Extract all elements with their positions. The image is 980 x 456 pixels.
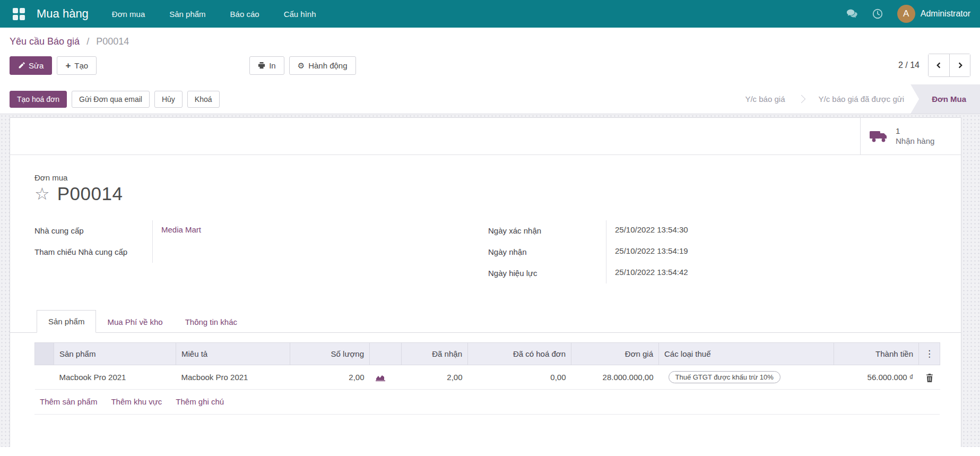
- gear-icon: ⚙: [298, 62, 305, 70]
- doc-type-label: Đơn mua: [34, 173, 936, 182]
- table-header-row: Sản phẩm Miêu tả Số lượng Đã nhận Đã có …: [35, 343, 940, 365]
- vendor-reference-label: Tham chiếu Nhà cung cấp: [34, 242, 152, 263]
- cell-billed[interactable]: 0,00: [468, 365, 571, 390]
- table-row[interactable]: Macbook Pro 2021 Macbook Pro 2021 2,00 2…: [35, 365, 940, 390]
- header-product[interactable]: Sản phẩm: [54, 343, 176, 365]
- tab-landed-costs[interactable]: Mua Phí về kho: [96, 311, 174, 333]
- header-quantity[interactable]: Số lượng: [290, 343, 370, 365]
- activities-clock-icon[interactable]: [872, 8, 883, 20]
- top-navbar: Mua hàng Đơn mua Sản phẩm Báo cáo Cấu hì…: [0, 0, 980, 28]
- menu-san-pham[interactable]: Sản phẩm: [169, 10, 205, 19]
- field-group-left: Nhà cung cấp Media Mart Tham chiếu Nhà c…: [34, 220, 483, 283]
- cell-product[interactable]: Macbook Pro 2021: [54, 365, 176, 390]
- handle-column-header: [35, 343, 54, 365]
- create-invoice-button[interactable]: Tạo hoá đơn: [10, 91, 67, 108]
- confirm-date-value[interactable]: 25/10/2022 13:54:30: [606, 220, 936, 242]
- app-brand[interactable]: Mua hàng: [37, 7, 89, 21]
- favorite-star-icon[interactable]: ☆: [34, 185, 50, 202]
- order-lines-table: Sản phẩm Miêu tả Số lượng Đã nhận Đã có …: [34, 342, 936, 390]
- breadcrumb: Yêu cầu Báo giá / P00014: [0, 28, 980, 48]
- header-unit-price[interactable]: Đơn giá: [571, 343, 659, 365]
- header-description[interactable]: Miêu tả: [176, 343, 290, 365]
- edit-button-label: Sửa: [29, 61, 44, 70]
- header-taxes[interactable]: Các loại thuế: [659, 343, 834, 365]
- add-section-link[interactable]: Thêm khu vực: [111, 397, 162, 406]
- line-add-links: Thêm sản phẩm Thêm khu vực Thêm ghi chú: [34, 390, 940, 415]
- menu-cau-hinh[interactable]: Cấu hình: [284, 10, 316, 19]
- chevron-left-icon: [935, 62, 942, 69]
- content-background: 1 Nhận hàng Đơn mua ☆ P00014 Nhà cung cấ…: [0, 114, 980, 447]
- action-button-label: Hành động: [308, 61, 347, 70]
- pencil-icon: [18, 62, 25, 69]
- header-received[interactable]: Đã nhận: [402, 343, 468, 365]
- vendor-value-link[interactable]: Media Mart: [152, 220, 483, 242]
- cell-received[interactable]: 2,00: [402, 365, 468, 390]
- smart-button-strip: 1 Nhận hàng: [10, 118, 961, 155]
- cell-subtotal: 56.000.000 ₫: [834, 365, 919, 390]
- user-menu[interactable]: A Administrator: [897, 5, 970, 23]
- breadcrumb-separator: /: [86, 36, 89, 47]
- step-rfq-sent[interactable]: Y/c báo giá đã được gửi: [812, 84, 910, 114]
- receipt-label: Nhận hàng: [896, 136, 934, 147]
- pager-previous-button[interactable]: [929, 54, 949, 76]
- receipt-date-value[interactable]: 25/10/2022 13:54:19: [606, 242, 936, 263]
- cell-unit-price[interactable]: 28.000.000,00: [571, 365, 659, 390]
- create-button[interactable]: + Tạo: [57, 56, 97, 75]
- send-by-email-button[interactable]: Gửi Đơn qua email: [72, 91, 150, 108]
- breadcrumb-current: P00014: [96, 36, 129, 47]
- main-menu: Đơn mua Sản phẩm Báo cáo Cấu hình: [112, 10, 316, 19]
- chevron-right-icon: [957, 62, 964, 69]
- header-forecast: [370, 343, 402, 365]
- tax-tag[interactable]: Thuế GTGT được khấu trừ 10%: [669, 371, 780, 383]
- vendor-label: Nhà cung cấp: [34, 220, 152, 242]
- effective-date-label: Ngày hiệu lực: [488, 263, 606, 284]
- confirm-date-label: Ngày xác nhận: [488, 220, 606, 242]
- form-sheet: 1 Nhận hàng Đơn mua ☆ P00014 Nhà cung cấ…: [10, 117, 961, 447]
- header-subtotal[interactable]: Thành tiền: [834, 343, 919, 365]
- row-handle-cell: [35, 365, 54, 390]
- header-billed[interactable]: Đã có hoá đơn: [468, 343, 571, 365]
- print-button[interactable]: In: [249, 56, 284, 75]
- user-name: Administrator: [921, 9, 970, 19]
- avatar: A: [897, 5, 915, 23]
- messages-icon[interactable]: [846, 8, 858, 20]
- tab-other-info[interactable]: Thông tin khác: [174, 311, 248, 333]
- create-button-label: Tạo: [74, 61, 88, 70]
- step-rfq[interactable]: Y/c báo giá: [739, 84, 791, 114]
- cell-description[interactable]: Macbook Pro 2021: [176, 365, 290, 390]
- vendor-reference-value[interactable]: [152, 242, 483, 263]
- effective-date-value[interactable]: 25/10/2022 13:54:42: [606, 263, 936, 284]
- step-chevron-icon: [797, 95, 806, 104]
- cancel-button[interactable]: Hủy: [154, 91, 183, 108]
- edit-button[interactable]: Sửa: [10, 56, 52, 75]
- cell-quantity[interactable]: 2,00: [290, 365, 370, 390]
- pager-value: 2 / 14: [898, 61, 920, 70]
- receipt-count: 1: [896, 126, 934, 136]
- apps-grid-icon[interactable]: [13, 8, 25, 20]
- column-options-kebab-icon[interactable]: ⋮: [919, 343, 940, 365]
- menu-bao-cao[interactable]: Báo cáo: [230, 10, 259, 19]
- lock-button[interactable]: Khoá: [187, 91, 220, 108]
- control-panel: Sửa + Tạo In ⚙ Hành động 2 / 14: [0, 48, 980, 84]
- receipt-smart-button[interactable]: 1 Nhận hàng: [860, 118, 961, 154]
- truck-icon: [869, 129, 888, 144]
- cell-taxes: Thuế GTGT được khấu trừ 10%: [659, 365, 834, 390]
- field-groups: Nhà cung cấp Media Mart Tham chiếu Nhà c…: [10, 204, 961, 283]
- pager-next-button[interactable]: [949, 54, 970, 76]
- printer-icon: [258, 62, 265, 69]
- breadcrumb-parent-link[interactable]: Yêu cầu Báo giá: [10, 36, 80, 47]
- action-button[interactable]: ⚙ Hành động: [289, 56, 356, 75]
- statusbar: Tạo hoá đơn Gửi Đơn qua email Hủy Khoá Y…: [0, 84, 980, 114]
- field-group-right: Ngày xác nhận 25/10/2022 13:54:30 Ngày n…: [488, 220, 936, 283]
- status-steps: Y/c báo giá Y/c báo giá đã được gửi Đơn …: [739, 84, 980, 114]
- menu-don-mua[interactable]: Đơn mua: [112, 10, 145, 19]
- step-purchase-order-active[interactable]: Đơn Mua: [910, 84, 980, 114]
- receipt-date-label: Ngày nhận: [488, 242, 606, 263]
- tab-products[interactable]: Sản phẩm: [37, 310, 96, 333]
- pager: 2 / 14: [898, 54, 970, 77]
- forecast-chart-icon[interactable]: [375, 374, 386, 382]
- delete-trash-icon[interactable]: [926, 374, 933, 382]
- add-product-link[interactable]: Thêm sản phẩm: [40, 397, 97, 406]
- notebook-tabs: Sản phẩm Mua Phí về kho Thông tin khác: [10, 308, 961, 333]
- add-note-link[interactable]: Thêm ghi chú: [176, 397, 224, 406]
